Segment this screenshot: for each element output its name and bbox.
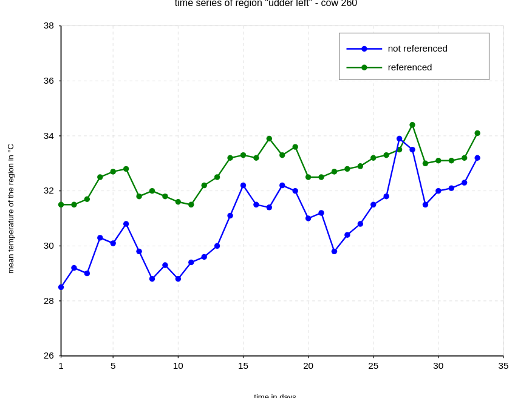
svg-text:30: 30: [433, 360, 443, 370]
svg-point-100: [292, 188, 298, 194]
svg-point-97: [253, 201, 259, 207]
svg-point-77: [423, 160, 428, 166]
svg-text:35: 35: [499, 360, 509, 370]
chart-title: time series of region "udder left" - cow…: [175, 0, 357, 8]
svg-point-58: [176, 199, 181, 204]
svg-text:5: 5: [111, 360, 116, 370]
svg-point-49: [58, 201, 64, 207]
svg-point-113: [462, 180, 467, 185]
svg-point-65: [267, 135, 272, 141]
svg-point-50: [71, 201, 77, 207]
svg-point-52: [97, 174, 103, 180]
svg-point-105: [358, 221, 363, 226]
svg-rect-115: [339, 33, 489, 79]
svg-text:not referenced: not referenced: [388, 43, 448, 53]
chart-body: mean temperature of the region in °C: [0, 12, 532, 398]
svg-point-111: [435, 188, 441, 194]
svg-point-81: [474, 130, 480, 135]
svg-point-108: [397, 135, 402, 141]
svg-text:38: 38: [44, 20, 54, 30]
svg-text:34: 34: [44, 130, 54, 140]
svg-text:20: 20: [303, 360, 313, 370]
svg-point-109: [409, 147, 415, 152]
svg-text:32: 32: [44, 185, 54, 195]
svg-point-101: [305, 215, 311, 221]
svg-point-60: [201, 182, 206, 187]
svg-point-82: [58, 284, 64, 289]
svg-point-114: [474, 155, 480, 160]
chart-container: time series of region "udder left" - cow…: [0, 0, 532, 398]
svg-text:28: 28: [44, 295, 54, 305]
svg-text:26: 26: [44, 350, 54, 360]
svg-point-90: [162, 262, 168, 268]
svg-point-104: [344, 232, 350, 237]
svg-point-62: [227, 155, 233, 160]
svg-point-80: [462, 155, 467, 160]
svg-point-51: [84, 196, 90, 201]
svg-point-112: [449, 185, 454, 191]
svg-point-63: [240, 152, 246, 158]
svg-point-66: [279, 152, 285, 158]
svg-text:referenced: referenced: [388, 62, 432, 72]
svg-point-99: [279, 182, 285, 187]
svg-point-117: [361, 46, 367, 51]
svg-point-110: [423, 201, 428, 207]
svg-point-73: [370, 155, 376, 160]
svg-text:30: 30: [44, 240, 54, 251]
svg-point-83: [71, 265, 77, 270]
svg-point-55: [136, 194, 142, 199]
svg-point-93: [201, 254, 206, 259]
svg-point-84: [84, 271, 90, 276]
svg-point-71: [344, 166, 350, 171]
svg-point-61: [214, 174, 220, 180]
svg-point-54: [123, 166, 129, 171]
svg-point-57: [162, 194, 168, 199]
svg-text:25: 25: [368, 360, 378, 370]
svg-point-120: [361, 64, 367, 70]
x-axis-label: time in days: [18, 393, 532, 398]
svg-point-67: [292, 144, 298, 149]
svg-point-59: [188, 201, 194, 207]
svg-point-98: [267, 204, 272, 210]
svg-point-72: [358, 163, 363, 169]
svg-text:15: 15: [238, 360, 248, 370]
svg-point-69: [318, 174, 324, 180]
svg-point-102: [318, 210, 324, 215]
svg-point-91: [176, 276, 181, 282]
svg-text:36: 36: [44, 75, 54, 86]
chart-area: 38 36 34 32 30 28 26: [18, 12, 532, 398]
svg-text:1: 1: [58, 360, 64, 370]
svg-point-106: [370, 201, 376, 207]
svg-point-103: [332, 248, 337, 254]
svg-point-85: [97, 235, 103, 240]
svg-point-94: [214, 243, 220, 248]
svg-point-89: [149, 276, 155, 282]
svg-point-88: [136, 248, 142, 254]
svg-point-76: [409, 122, 415, 127]
svg-point-86: [111, 240, 116, 246]
svg-wrapper: 38 36 34 32 30 28 26: [18, 12, 532, 392]
svg-point-92: [188, 259, 194, 265]
svg-point-56: [149, 188, 155, 194]
svg-point-64: [253, 155, 259, 160]
svg-point-53: [111, 169, 116, 174]
svg-text:10: 10: [173, 360, 183, 370]
svg-point-68: [305, 174, 311, 180]
svg-point-78: [435, 158, 441, 163]
svg-point-87: [123, 221, 129, 226]
svg-point-70: [332, 169, 337, 174]
svg-point-74: [383, 152, 389, 158]
svg-point-95: [227, 212, 233, 218]
svg-point-79: [449, 158, 454, 163]
svg-point-96: [240, 182, 246, 187]
svg-point-107: [383, 194, 389, 199]
y-axis-label: mean temperature of the region in °C: [6, 144, 15, 274]
